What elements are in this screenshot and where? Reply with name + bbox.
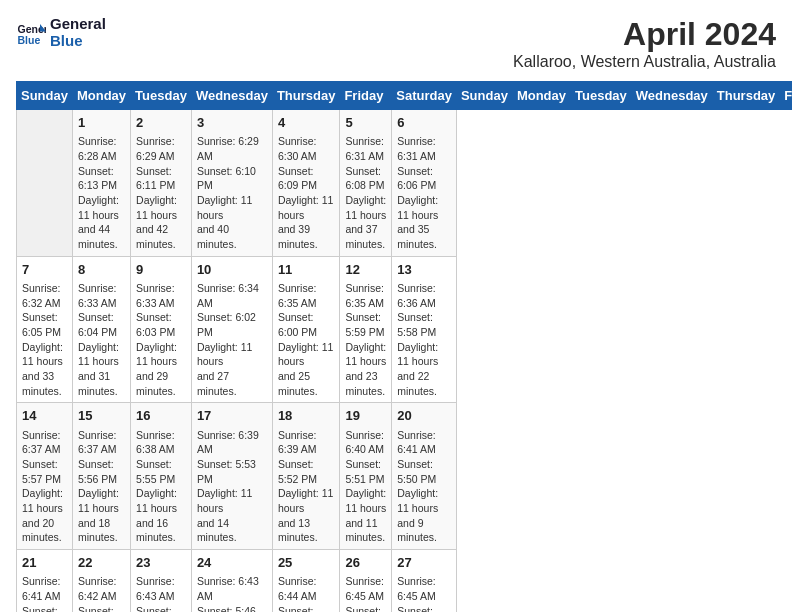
- day-number: 6: [397, 114, 451, 132]
- calendar-cell: 24Sunrise: 6:43 AMSunset: 5:46 PMDayligh…: [191, 550, 272, 612]
- day-number: 8: [78, 261, 125, 279]
- day-info: Sunrise: 6:34 AMSunset: 6:02 PMDaylight:…: [197, 281, 267, 399]
- calendar-cell: [17, 110, 73, 257]
- day-info: Sunrise: 6:33 AMSunset: 6:04 PMDaylight:…: [78, 281, 125, 399]
- day-info: Sunrise: 6:35 AMSunset: 5:59 PMDaylight:…: [345, 281, 386, 399]
- day-info: Sunrise: 6:36 AMSunset: 5:58 PMDaylight:…: [397, 281, 451, 399]
- day-number: 1: [78, 114, 125, 132]
- day-number: 18: [278, 407, 335, 425]
- day-header-monday: Monday: [72, 82, 130, 110]
- day-number: 23: [136, 554, 186, 572]
- calendar-cell: 14Sunrise: 6:37 AMSunset: 5:57 PMDayligh…: [17, 403, 73, 550]
- day-info: Sunrise: 6:33 AMSunset: 6:03 PMDaylight:…: [136, 281, 186, 399]
- svg-text:Blue: Blue: [18, 33, 41, 45]
- day-number: 2: [136, 114, 186, 132]
- day-header-monday: Monday: [512, 82, 570, 110]
- day-info: Sunrise: 6:45 AMSunset: 5:43 PMDaylight:…: [397, 574, 451, 612]
- day-number: 15: [78, 407, 125, 425]
- day-info: Sunrise: 6:44 AMSunset: 5:45 PMDaylight:…: [278, 574, 335, 612]
- calendar-cell: 21Sunrise: 6:41 AMSunset: 5:49 PMDayligh…: [17, 550, 73, 612]
- day-info: Sunrise: 6:41 AMSunset: 5:50 PMDaylight:…: [397, 428, 451, 546]
- day-number: 12: [345, 261, 386, 279]
- calendar-cell: 18Sunrise: 6:39 AMSunset: 5:52 PMDayligh…: [272, 403, 340, 550]
- day-number: 27: [397, 554, 451, 572]
- calendar-table: SundayMondayTuesdayWednesdayThursdayFrid…: [16, 81, 792, 612]
- calendar-cell: 23Sunrise: 6:43 AMSunset: 5:47 PMDayligh…: [131, 550, 192, 612]
- day-number: 14: [22, 407, 67, 425]
- logo: General Blue General Blue: [16, 16, 106, 49]
- day-info: Sunrise: 6:43 AMSunset: 5:47 PMDaylight:…: [136, 574, 186, 612]
- logo-text-line1: General: [50, 16, 106, 33]
- day-number: 20: [397, 407, 451, 425]
- calendar-cell: 2Sunrise: 6:29 AMSunset: 6:11 PMDaylight…: [131, 110, 192, 257]
- day-header-wednesday: Wednesday: [191, 82, 272, 110]
- day-info: Sunrise: 6:31 AMSunset: 6:08 PMDaylight:…: [345, 134, 386, 252]
- day-number: 26: [345, 554, 386, 572]
- day-info: Sunrise: 6:37 AMSunset: 5:57 PMDaylight:…: [22, 428, 67, 546]
- day-header-thursday: Thursday: [712, 82, 780, 110]
- day-header-sunday: Sunday: [17, 82, 73, 110]
- calendar-week-4: 21Sunrise: 6:41 AMSunset: 5:49 PMDayligh…: [17, 550, 793, 612]
- day-header-saturday: Saturday: [392, 82, 457, 110]
- calendar-cell: 9Sunrise: 6:33 AMSunset: 6:03 PMDaylight…: [131, 256, 192, 403]
- day-number: 19: [345, 407, 386, 425]
- day-info: Sunrise: 6:39 AMSunset: 5:53 PMDaylight:…: [197, 428, 267, 546]
- day-info: Sunrise: 6:31 AMSunset: 6:06 PMDaylight:…: [397, 134, 451, 252]
- day-header-wednesday: Wednesday: [631, 82, 712, 110]
- calendar-cell: 7Sunrise: 6:32 AMSunset: 6:05 PMDaylight…: [17, 256, 73, 403]
- logo-text-line2: Blue: [50, 33, 106, 50]
- calendar-cell: 25Sunrise: 6:44 AMSunset: 5:45 PMDayligh…: [272, 550, 340, 612]
- page-subtitle: Kallaroo, Western Australia, Australia: [513, 53, 776, 71]
- title-block: April 2024 Kallaroo, Western Australia, …: [513, 16, 776, 71]
- day-number: 16: [136, 407, 186, 425]
- day-number: 17: [197, 407, 267, 425]
- calendar-cell: 19Sunrise: 6:40 AMSunset: 5:51 PMDayligh…: [340, 403, 392, 550]
- day-header-tuesday: Tuesday: [571, 82, 632, 110]
- calendar-cell: 1Sunrise: 6:28 AMSunset: 6:13 PMDaylight…: [72, 110, 130, 257]
- day-number: 5: [345, 114, 386, 132]
- calendar-week-2: 7Sunrise: 6:32 AMSunset: 6:05 PMDaylight…: [17, 256, 793, 403]
- day-info: Sunrise: 6:43 AMSunset: 5:46 PMDaylight:…: [197, 574, 267, 612]
- day-number: 24: [197, 554, 267, 572]
- calendar-cell: 27Sunrise: 6:45 AMSunset: 5:43 PMDayligh…: [392, 550, 457, 612]
- day-number: 3: [197, 114, 267, 132]
- day-number: 10: [197, 261, 267, 279]
- calendar-cell: 22Sunrise: 6:42 AMSunset: 5:48 PMDayligh…: [72, 550, 130, 612]
- day-info: Sunrise: 6:38 AMSunset: 5:55 PMDaylight:…: [136, 428, 186, 546]
- day-info: Sunrise: 6:29 AMSunset: 6:10 PMDaylight:…: [197, 134, 267, 252]
- logo-icon: General Blue: [16, 18, 46, 48]
- calendar-cell: 20Sunrise: 6:41 AMSunset: 5:50 PMDayligh…: [392, 403, 457, 550]
- page-title: April 2024: [513, 16, 776, 53]
- calendar-cell: 6Sunrise: 6:31 AMSunset: 6:06 PMDaylight…: [392, 110, 457, 257]
- day-number: 7: [22, 261, 67, 279]
- day-header-tuesday: Tuesday: [131, 82, 192, 110]
- calendar-cell: 12Sunrise: 6:35 AMSunset: 5:59 PMDayligh…: [340, 256, 392, 403]
- day-info: Sunrise: 6:40 AMSunset: 5:51 PMDaylight:…: [345, 428, 386, 546]
- calendar-header-row: SundayMondayTuesdayWednesdayThursdayFrid…: [17, 82, 793, 110]
- day-number: 22: [78, 554, 125, 572]
- day-info: Sunrise: 6:35 AMSunset: 6:00 PMDaylight:…: [278, 281, 335, 399]
- calendar-cell: 17Sunrise: 6:39 AMSunset: 5:53 PMDayligh…: [191, 403, 272, 550]
- day-number: 11: [278, 261, 335, 279]
- day-header-thursday: Thursday: [272, 82, 340, 110]
- day-info: Sunrise: 6:37 AMSunset: 5:56 PMDaylight:…: [78, 428, 125, 546]
- calendar-cell: 16Sunrise: 6:38 AMSunset: 5:55 PMDayligh…: [131, 403, 192, 550]
- day-info: Sunrise: 6:28 AMSunset: 6:13 PMDaylight:…: [78, 134, 125, 252]
- day-number: 9: [136, 261, 186, 279]
- calendar-week-1: 1Sunrise: 6:28 AMSunset: 6:13 PMDaylight…: [17, 110, 793, 257]
- calendar-cell: 26Sunrise: 6:45 AMSunset: 5:44 PMDayligh…: [340, 550, 392, 612]
- day-header-friday: Friday: [340, 82, 392, 110]
- day-header-sunday: Sunday: [456, 82, 512, 110]
- calendar-week-3: 14Sunrise: 6:37 AMSunset: 5:57 PMDayligh…: [17, 403, 793, 550]
- day-info: Sunrise: 6:45 AMSunset: 5:44 PMDaylight:…: [345, 574, 386, 612]
- calendar-cell: 3Sunrise: 6:29 AMSunset: 6:10 PMDaylight…: [191, 110, 272, 257]
- calendar-cell: 11Sunrise: 6:35 AMSunset: 6:00 PMDayligh…: [272, 256, 340, 403]
- day-number: 25: [278, 554, 335, 572]
- calendar-cell: 5Sunrise: 6:31 AMSunset: 6:08 PMDaylight…: [340, 110, 392, 257]
- day-info: Sunrise: 6:41 AMSunset: 5:49 PMDaylight:…: [22, 574, 67, 612]
- day-info: Sunrise: 6:32 AMSunset: 6:05 PMDaylight:…: [22, 281, 67, 399]
- day-info: Sunrise: 6:39 AMSunset: 5:52 PMDaylight:…: [278, 428, 335, 546]
- calendar-cell: 4Sunrise: 6:30 AMSunset: 6:09 PMDaylight…: [272, 110, 340, 257]
- day-header-friday: Friday: [780, 82, 792, 110]
- day-info: Sunrise: 6:30 AMSunset: 6:09 PMDaylight:…: [278, 134, 335, 252]
